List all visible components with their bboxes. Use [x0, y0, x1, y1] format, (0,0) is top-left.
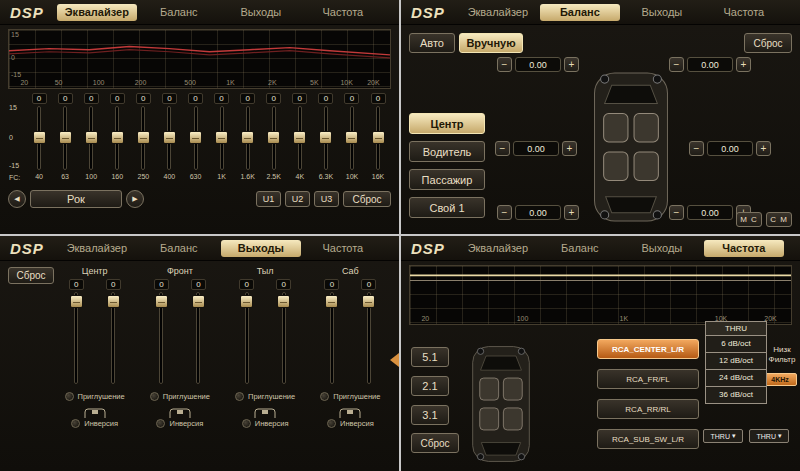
tab-balance[interactable]: Баланс	[540, 4, 620, 21]
balance-manual-button[interactable]: Вручную	[459, 33, 523, 53]
band-slider-handle[interactable]	[59, 131, 72, 144]
plus-button[interactable]: +	[564, 205, 579, 220]
band-slider-handle[interactable]	[33, 131, 46, 144]
plus-button[interactable]: +	[564, 57, 579, 72]
minus-button[interactable]: −	[689, 141, 704, 156]
band-slider-handle[interactable]	[163, 131, 176, 144]
slope-option-24db[interactable]: 24 dB/oct	[705, 370, 767, 387]
link-channels-icon[interactable]	[167, 404, 193, 416]
band-slider[interactable]	[324, 106, 328, 170]
mute-checkbox[interactable]	[320, 392, 329, 401]
tab-outputs[interactable]: Выходы	[221, 240, 301, 257]
minus-button[interactable]: −	[669, 205, 684, 220]
output-slider-handle[interactable]	[362, 295, 375, 308]
minus-button[interactable]: −	[669, 57, 684, 72]
output-level-slider[interactable]	[282, 292, 286, 384]
preset-next-button[interactable]: ▶	[126, 190, 144, 208]
mute-checkbox[interactable]	[65, 392, 74, 401]
tab-frequency[interactable]: Частота	[303, 240, 383, 257]
minus-button[interactable]: −	[495, 141, 510, 156]
slope-option-36db[interactable]: 36 dB/oct	[705, 387, 767, 404]
balance-auto-button[interactable]: Авто	[409, 33, 455, 53]
output-slider-handle[interactable]	[107, 295, 120, 308]
mute-checkbox[interactable]	[150, 392, 159, 401]
slope-dropdown-current[interactable]: THRU	[705, 321, 767, 336]
band-slider-handle[interactable]	[345, 131, 358, 144]
invert-checkbox[interactable]	[156, 419, 165, 428]
position-driver-button[interactable]: Водитель	[409, 141, 485, 162]
output-level-slider[interactable]	[196, 292, 200, 384]
tab-outputs[interactable]: Выходы	[221, 4, 301, 21]
band-slider[interactable]	[272, 106, 276, 170]
output-slider-handle[interactable]	[240, 295, 253, 308]
invert-checkbox[interactable]	[327, 419, 336, 428]
rca-center-button[interactable]: RCA_CENTER_L/R	[597, 339, 699, 359]
output-level-slider[interactable]	[74, 292, 78, 384]
link-channels-icon[interactable]	[252, 404, 278, 416]
mode-21-button[interactable]: 2.1	[411, 376, 449, 396]
band-slider[interactable]	[37, 106, 41, 170]
plus-button[interactable]: +	[562, 141, 577, 156]
band-slider[interactable]	[115, 106, 119, 170]
band-slider-handle[interactable]	[137, 131, 150, 144]
preset-name-button[interactable]: Рок	[30, 190, 122, 208]
band-slider-handle[interactable]	[293, 131, 306, 144]
minus-button[interactable]: −	[497, 205, 512, 220]
output-slider-handle[interactable]	[277, 295, 290, 308]
band-slider[interactable]	[63, 106, 67, 170]
plus-button[interactable]: +	[736, 57, 751, 72]
band-slider-handle[interactable]	[319, 131, 332, 144]
tab-equalizer[interactable]: Эквалайзер	[458, 4, 538, 21]
eq-reset-button[interactable]: Сброс	[343, 191, 391, 207]
slope-option-12db[interactable]: 12 dB/oct	[705, 353, 767, 370]
outputs-reset-button[interactable]: Сброс	[8, 267, 54, 284]
memory-u3-button[interactable]: U3	[314, 191, 339, 207]
plus-button[interactable]: +	[756, 141, 771, 156]
low-filter-frequency[interactable]: 4KHz	[763, 373, 797, 386]
rca-rear-button[interactable]: RCA_RR/RL	[597, 399, 699, 419]
memory-u1-button[interactable]: U1	[256, 191, 281, 207]
tab-balance[interactable]: Баланс	[540, 240, 620, 257]
mode-31-button[interactable]: 3.1	[411, 405, 449, 425]
band-slider-handle[interactable]	[241, 131, 254, 144]
band-slider-handle[interactable]	[215, 131, 228, 144]
band-slider[interactable]	[298, 106, 302, 170]
band-slider-handle[interactable]	[372, 131, 385, 144]
tab-equalizer[interactable]: Эквалайзер	[57, 240, 137, 257]
tab-frequency[interactable]: Частота	[303, 4, 383, 21]
tab-outputs[interactable]: Выходы	[622, 240, 702, 257]
position-passenger-button[interactable]: Пассажир	[409, 169, 485, 190]
tab-balance[interactable]: Баланс	[139, 240, 219, 257]
frequency-reset-button[interactable]: Сброс	[411, 433, 459, 453]
position-center-button[interactable]: Центр	[409, 113, 485, 134]
memory-u2-button[interactable]: U2	[285, 191, 310, 207]
band-slider[interactable]	[220, 106, 224, 170]
band-slider-handle[interactable]	[189, 131, 202, 144]
band-slider[interactable]	[167, 106, 171, 170]
band-slider[interactable]	[246, 106, 250, 170]
band-slider-handle[interactable]	[85, 131, 98, 144]
band-slider[interactable]	[141, 106, 145, 170]
band-slider[interactable]	[194, 106, 198, 170]
output-slider-handle[interactable]	[70, 295, 83, 308]
cm-mode-button[interactable]: C M	[766, 212, 792, 227]
output-level-slider[interactable]	[367, 292, 371, 384]
rca-sub-button[interactable]: RCA_SUB_SW_L/R	[597, 429, 699, 449]
mute-checkbox[interactable]	[235, 392, 244, 401]
tab-equalizer[interactable]: Эквалайзер	[458, 240, 538, 257]
invert-checkbox[interactable]	[242, 419, 251, 428]
thru-select-left[interactable]: THRU▾	[703, 429, 743, 443]
output-level-slider[interactable]	[111, 292, 115, 384]
mode-51-button[interactable]: 5.1	[411, 347, 449, 367]
thru-select-right[interactable]: THRU▾	[749, 429, 789, 443]
balance-reset-button[interactable]: Сброс	[744, 33, 792, 53]
output-level-slider[interactable]	[330, 292, 334, 384]
slope-option-6db[interactable]: 6 dB/oct	[705, 336, 767, 353]
tab-frequency[interactable]: Частота	[704, 4, 784, 21]
output-slider-handle[interactable]	[155, 295, 168, 308]
minus-button[interactable]: −	[497, 57, 512, 72]
tab-equalizer[interactable]: Эквалайзер	[57, 4, 137, 21]
band-slider[interactable]	[376, 106, 380, 170]
tab-outputs[interactable]: Выходы	[622, 4, 702, 21]
output-level-slider[interactable]	[245, 292, 249, 384]
